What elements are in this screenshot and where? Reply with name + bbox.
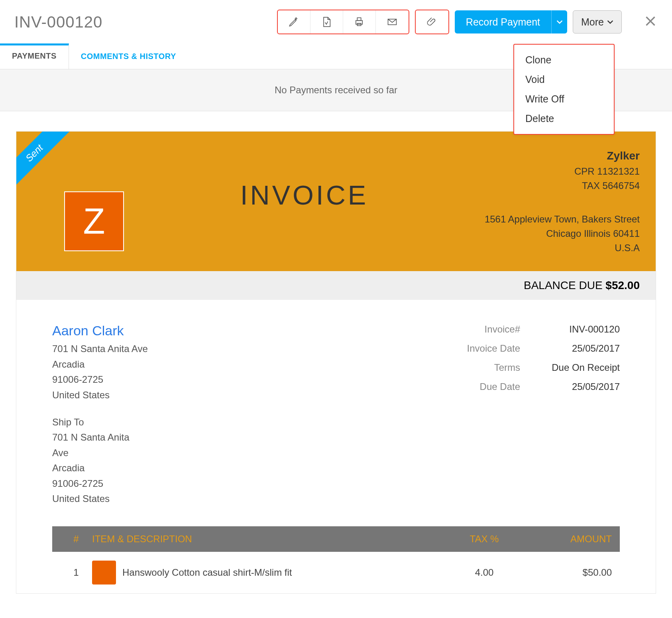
row-tax: 4.00 <box>444 567 524 578</box>
print-button[interactable] <box>343 10 376 33</box>
col-tax: TAX % <box>444 533 524 545</box>
bill-addr2: Arcadia <box>52 357 148 372</box>
paperclip-icon <box>426 16 438 28</box>
meta-number-v: INV-000120 <box>536 320 620 339</box>
item-thumbnail <box>92 561 116 585</box>
email-button[interactable] <box>376 10 409 33</box>
menu-delete[interactable]: Delete <box>514 109 614 128</box>
record-payment-button[interactable]: Record Payment <box>455 10 567 33</box>
record-payment-label: Record Payment <box>455 10 551 33</box>
pdf-icon <box>321 16 332 28</box>
page-title: INV-000120 <box>14 13 102 31</box>
col-amount: AMOUNT <box>524 533 612 545</box>
row-num: 1 <box>60 567 92 578</box>
caret-down-icon <box>607 19 613 25</box>
company-logo: Z <box>64 191 124 251</box>
tab-payments[interactable]: PAYMENTS <box>0 43 69 69</box>
meta-terms-v: Due On Receipt <box>536 358 620 377</box>
pdf-button[interactable] <box>310 10 343 33</box>
bill-addr3: 91006-2725 <box>52 372 148 387</box>
meta-number-k: Invoice# <box>452 320 520 339</box>
caret-down-icon <box>556 19 563 25</box>
company-addr3: U.S.A <box>485 241 640 255</box>
table-row: 1 Hanswooly Cotton casual shirt-M/slim f… <box>52 552 620 593</box>
company-info: Zylker CPR 11321321 TAX 5646754 1561 App… <box>485 148 640 255</box>
company-addr2: Chicago Illinois 60411 <box>485 226 640 241</box>
edit-button[interactable] <box>278 10 310 33</box>
balance-label: BALANCE DUE <box>524 279 603 291</box>
menu-clone[interactable]: Clone <box>514 50 614 70</box>
bill-addr1: 701 N Santa Anita Ave <box>52 341 148 356</box>
action-icon-group <box>277 10 409 34</box>
ship-addr4: United States <box>52 491 148 506</box>
meta-due-k: Due Date <box>452 377 520 396</box>
company-tax: TAX 5646754 <box>485 179 640 193</box>
col-desc: ITEM & DESCRIPTION <box>92 533 444 545</box>
invoice-doc-title: INVOICE <box>124 179 485 211</box>
items-table: # ITEM & DESCRIPTION TAX % AMOUNT 1 Hans… <box>52 526 620 593</box>
pencil-icon <box>288 16 299 28</box>
customer-name[interactable]: Aaron Clark <box>52 320 148 341</box>
row-desc: Hanswooly Cotton casual shirt-M/slim fit <box>122 567 292 578</box>
ship-addr3: 91006-2725 <box>52 476 148 491</box>
record-payment-caret[interactable] <box>551 10 567 33</box>
ship-addr1b: Ave <box>52 445 148 461</box>
svg-rect-1 <box>358 18 361 21</box>
company-name: Zylker <box>485 148 640 164</box>
attach-group <box>415 10 449 34</box>
company-cpr: CPR 11321321 <box>485 164 640 179</box>
ship-addr1a: 701 N Santa Anita <box>52 430 148 445</box>
meta-date-v: 25/05/2017 <box>536 339 620 358</box>
balance-amount: $52.00 <box>605 279 640 291</box>
invoice-meta: Invoice#INV-000120 Invoice Date25/05/201… <box>452 320 620 506</box>
row-amount: $50.00 <box>524 567 612 578</box>
ship-to-label: Ship To <box>52 415 148 430</box>
tab-comments[interactable]: COMMENTS & HISTORY <box>69 44 188 69</box>
more-button[interactable]: More <box>573 10 622 33</box>
balance-bar: BALANCE DUE $52.00 <box>16 271 656 300</box>
ship-addr2: Arcadia <box>52 461 148 476</box>
col-num: # <box>60 533 92 545</box>
attach-button[interactable] <box>416 10 448 33</box>
more-dropdown: Clone Void Write Off Delete <box>513 44 615 135</box>
bill-addr4: United States <box>52 388 148 403</box>
more-label: More <box>581 16 604 28</box>
invoice-card: Sent Z INVOICE Zylker CPR 11321321 TAX 5… <box>16 131 656 594</box>
mail-icon <box>387 16 398 28</box>
company-addr1: 1561 Appleview Town, Bakers Street <box>485 212 640 226</box>
meta-due-v: 25/05/2017 <box>536 377 620 396</box>
meta-terms-k: Terms <box>452 358 520 377</box>
close-button[interactable] <box>643 14 658 30</box>
close-icon <box>643 14 658 28</box>
svg-rect-0 <box>356 21 362 24</box>
menu-writeoff[interactable]: Write Off <box>514 89 614 109</box>
printer-icon <box>354 16 365 28</box>
meta-date-k: Invoice Date <box>452 339 520 358</box>
menu-void[interactable]: Void <box>514 70 614 89</box>
